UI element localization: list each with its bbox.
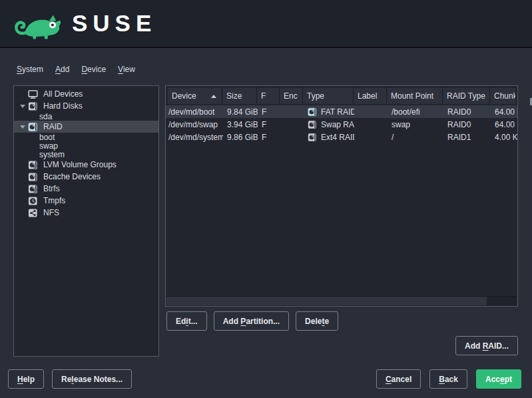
disk-icon bbox=[308, 133, 317, 142]
column-header-mount-point[interactable]: Mount Point bbox=[387, 88, 443, 104]
tree-item-label: boot bbox=[39, 133, 55, 142]
tree-item-bcache-devices[interactable]: Bcache Devices bbox=[14, 171, 158, 183]
tree-item-all-devices[interactable]: All Devices bbox=[14, 88, 158, 100]
device-tree-panel: All Devices Hard Disks sda RAID boot swa… bbox=[13, 85, 159, 357]
column-header-label[interactable]: Label bbox=[354, 88, 387, 104]
tree-item-raid[interactable]: RAID bbox=[14, 121, 158, 133]
footer-left-buttons: Help Release Notes... bbox=[8, 369, 132, 389]
tree-item-label: RAID bbox=[43, 122, 63, 131]
suse-logo: SUSE bbox=[13, 7, 156, 40]
table-action-buttons: Edit... Add Partition... Delete bbox=[166, 311, 338, 331]
tree-item-system[interactable]: system bbox=[14, 150, 158, 159]
sort-ascending-icon bbox=[211, 95, 216, 98]
column-header-f[interactable]: F bbox=[257, 88, 280, 104]
computer-icon bbox=[28, 89, 38, 99]
horizontal-scrollbar[interactable] bbox=[166, 296, 517, 305]
menu-add[interactable]: Add bbox=[51, 63, 74, 75]
lvm-disk-icon bbox=[28, 160, 38, 170]
delete-button[interactable]: Delete bbox=[296, 311, 338, 331]
accept-button[interactable]: Accept bbox=[476, 369, 521, 389]
tree-item-lvm-volume-groups[interactable]: LVM Volume Groups bbox=[14, 159, 158, 171]
suse-chameleon-icon bbox=[13, 7, 64, 40]
tree-item-label: Btrfs bbox=[43, 184, 60, 193]
column-header-enc[interactable]: Enc bbox=[280, 88, 303, 104]
column-header-size[interactable]: Size bbox=[222, 88, 257, 104]
table-header-row: Device Size F Enc Type Label Mount Point… bbox=[168, 88, 515, 104]
back-button[interactable]: Back bbox=[429, 369, 467, 389]
cancel-button[interactable]: Cancel bbox=[376, 369, 421, 389]
device-table: Device Size F Enc Type Label Mount Point… bbox=[165, 85, 518, 307]
chevron-down-icon[interactable] bbox=[17, 125, 28, 129]
menu-device[interactable]: Device bbox=[77, 63, 111, 75]
chevron-down-icon[interactable] bbox=[17, 105, 28, 108]
menu-system[interactable]: System bbox=[12, 63, 48, 75]
tree-item-label: Hard Disks bbox=[43, 101, 83, 111]
tmpfs-clock-icon bbox=[28, 196, 38, 206]
tree-item-label: swap bbox=[39, 141, 58, 151]
add-raid-button[interactable]: Add RAID... bbox=[455, 336, 518, 355]
column-header-type[interactable]: Type bbox=[303, 88, 354, 104]
btrfs-disk-icon bbox=[28, 184, 38, 194]
table-row-md-swap[interactable]: /dev/md/swap 3.94 GiB F Swap RAID swap R… bbox=[166, 118, 517, 131]
disk-icon bbox=[308, 120, 317, 129]
tree-item-swap[interactable]: swap bbox=[14, 141, 158, 150]
hard-disk-icon bbox=[28, 101, 38, 111]
tree-item-btrfs[interactable]: Btrfs bbox=[14, 183, 158, 195]
menu-view[interactable]: View bbox=[113, 63, 140, 75]
tree-item-label: All Devices bbox=[43, 89, 83, 99]
tree-item-label: Bcache Devices bbox=[43, 172, 101, 181]
raid-disk-icon bbox=[28, 122, 38, 132]
tree-item-sda[interactable]: sda bbox=[14, 112, 158, 121]
footer-right-buttons: Cancel Back Accept bbox=[376, 369, 521, 389]
edit-button[interactable]: Edit... bbox=[166, 311, 207, 331]
menu-bar: System Add Device View bbox=[12, 63, 140, 75]
tree-item-label: Tmpfs bbox=[43, 196, 65, 205]
scrollbar-thumb[interactable] bbox=[166, 297, 487, 305]
title-bar: SUSE bbox=[0, 0, 532, 48]
tree-item-nfs[interactable]: NFS bbox=[14, 207, 158, 219]
help-button[interactable]: Help bbox=[8, 369, 44, 389]
brand-wordmark: SUSE bbox=[72, 10, 156, 37]
tree-item-label: system bbox=[39, 150, 65, 159]
column-header-raid-type[interactable]: RAID Type bbox=[443, 88, 490, 104]
tree-item-boot[interactable]: boot bbox=[14, 133, 158, 141]
tree-item-label: sda bbox=[39, 112, 52, 121]
tree-item-label: LVM Volume Groups bbox=[43, 160, 117, 169]
column-header-chunk[interactable]: Chunk bbox=[490, 88, 515, 104]
add-partition-button[interactable]: Add Partition... bbox=[214, 311, 289, 331]
tree-item-label: NFS bbox=[43, 208, 59, 217]
tree-item-hard-disks[interactable]: Hard Disks bbox=[14, 100, 158, 112]
disk-icon bbox=[308, 107, 317, 117]
table-row-md-system[interactable]: /dev/md/system 9.86 GiB F Ext4 RAID / RA… bbox=[166, 131, 517, 143]
column-header-device[interactable]: Device bbox=[168, 88, 222, 104]
tree-item-tmpfs[interactable]: Tmpfs bbox=[14, 195, 158, 207]
nfs-share-icon bbox=[28, 208, 38, 218]
release-notes-button[interactable]: Release Notes... bbox=[52, 369, 132, 389]
table-row-md-boot[interactable]: /dev/md/boot 9.84 GiB F FAT RAID /boot/e… bbox=[166, 105, 517, 118]
hard-disk-icon bbox=[28, 172, 38, 182]
